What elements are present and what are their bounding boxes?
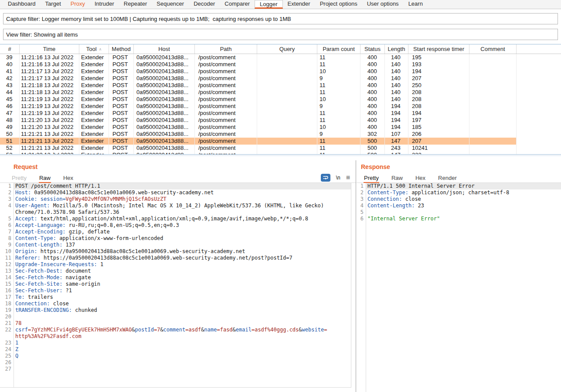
- column-header-length[interactable]: Length: [385, 44, 408, 54]
- column-header-param-count[interactable]: Param count: [317, 44, 360, 54]
- cell-query: [257, 145, 317, 152]
- line-text: [14, 359, 351, 366]
- cell-method: POST: [109, 82, 134, 89]
- column-header-time[interactable]: Time: [20, 44, 79, 54]
- table-row[interactable]: 5211:21:21 13 Jul 2022ExtenderPOST0a9500…: [0, 145, 561, 152]
- line-number: 1: [357, 183, 366, 189]
- line-number: 16: [0, 287, 14, 294]
- tab-pretty[interactable]: Pretty: [364, 173, 379, 183]
- cell-method: POST: [109, 103, 134, 110]
- syntax-segment: Content-Length:: [367, 203, 415, 209]
- editor-line: 9Content-Length: 137: [0, 242, 351, 248]
- line-number: 1: [0, 183, 14, 189]
- syntax-segment: close: [50, 301, 68, 307]
- tab-hex[interactable]: Hex: [63, 173, 74, 183]
- column-header-path[interactable]: Path: [195, 44, 257, 54]
- table-row[interactable]: 4811:21:20 13 Jul 2022ExtenderPOST0a9500…: [0, 117, 561, 124]
- cell-host: 0a9500020413d88...: [134, 117, 195, 124]
- table-row[interactable]: 4911:21:20 13 Jul 2022ExtenderPOST0a9500…: [0, 124, 561, 131]
- table-row[interactable]: 4211:21:17 13 Jul 2022ExtenderPOST0a9500…: [0, 75, 561, 82]
- column-header-method[interactable]: Method: [109, 44, 134, 54]
- tab-raw[interactable]: Raw: [391, 173, 403, 183]
- tab-hex[interactable]: Hex: [415, 173, 426, 183]
- column-header-host[interactable]: Host: [134, 44, 195, 54]
- tab-user-options[interactable]: User options: [362, 0, 404, 9]
- cell-length: 107: [385, 131, 408, 138]
- tab-pretty[interactable]: Pretty: [11, 173, 27, 183]
- capture-filter-bar[interactable]: Capture filter: Logger memory limit set …: [3, 13, 558, 24]
- syntax-segment: 78: [15, 320, 21, 326]
- tab-render[interactable]: Render: [438, 173, 457, 183]
- cell-length: 140: [385, 61, 408, 68]
- tab-learn[interactable]: Learn: [404, 0, 428, 9]
- tab-comparer[interactable]: Comparer: [220, 0, 255, 9]
- newline-toggle-icon[interactable]: \n: [336, 175, 340, 181]
- tab-logger[interactable]: Logger: [255, 0, 282, 9]
- splitter-handle[interactable]: [0, 155, 561, 156]
- view-filter-bar[interactable]: View filter: Showing all items: [3, 29, 558, 40]
- table-row[interactable]: 4511:21:19 13 Jul 2022ExtenderPOST0a9500…: [0, 96, 561, 103]
- table-row[interactable]: 4411:21:18 13 Jul 2022ExtenderPOST0a9500…: [0, 89, 561, 96]
- column-header-comment[interactable]: Comment: [469, 44, 517, 54]
- line-text: 78: [14, 320, 351, 327]
- editor-menu-icon[interactable]: ≡: [346, 174, 350, 181]
- cell-tool: Extender: [79, 131, 109, 138]
- cell-tool: Extender: [79, 89, 109, 96]
- table-row[interactable]: 4011:21:16 13 Jul 2022ExtenderPOST0a9500…: [0, 61, 561, 68]
- sort-ascending-icon: ∧: [99, 47, 102, 51]
- tab-raw[interactable]: Raw: [39, 173, 51, 183]
- tab-sequencer[interactable]: Sequencer: [152, 0, 189, 9]
- syntax-segment: Accept-Encoding:: [15, 229, 66, 235]
- log-table-header: #TimeTool∧MethodHostPathQueryParam count…: [0, 44, 561, 54]
- table-row[interactable]: 4711:21:19 13 Jul 2022ExtenderPOST0a9500…: [0, 110, 561, 117]
- tab-repeater[interactable]: Repeater: [119, 0, 152, 9]
- column-header-status[interactable]: Status: [360, 44, 385, 54]
- syntax-segment: application/x-www-form-urlencoded: [56, 235, 163, 241]
- tab-dashboard[interactable]: Dashboard: [3, 0, 41, 9]
- tab-project-options[interactable]: Project options: [315, 0, 362, 9]
- cell-params: 10: [317, 124, 360, 131]
- request-editor[interactable]: 1POST /post/comment HTTP/1.12Host: 0a950…: [0, 183, 351, 388]
- cell-n: 40: [0, 61, 20, 68]
- table-row[interactable]: 5011:21:21 13 Jul 2022ExtenderPOST0a9500…: [0, 131, 561, 138]
- cell-host: 0a9500020413d88...: [134, 68, 195, 75]
- row-filler: [517, 131, 561, 138]
- tab-target[interactable]: Target: [41, 0, 66, 9]
- tab-proxy[interactable]: Proxy: [66, 0, 90, 9]
- cell-path: /post/comment: [195, 124, 257, 131]
- tab-decoder[interactable]: Decoder: [189, 0, 220, 9]
- column-header-query[interactable]: Query: [257, 44, 317, 54]
- line-text: POST /post/comment HTTP/1.1: [14, 183, 351, 189]
- column-header-start-response-timer[interactable]: Start response timer: [408, 44, 469, 54]
- line-number: 2: [357, 189, 366, 196]
- tab-intruder[interactable]: Intruder: [90, 0, 119, 9]
- cell-method: POST: [109, 110, 134, 117]
- pretty-print-toggle-icon[interactable]: [321, 174, 330, 182]
- cell-comment: [469, 89, 517, 96]
- editor-line: Chrome/71.0.3578.98 Safari/537.36: [0, 209, 351, 216]
- cell-method: POST: [109, 68, 134, 75]
- column-header-filler: [517, 44, 561, 54]
- table-row-selected[interactable]: 5111:21:21 13 Jul 2022ExtenderPOST0a9500…: [0, 138, 561, 145]
- cell-status: 400: [360, 75, 385, 82]
- cell-n: 42: [0, 75, 20, 82]
- table-row[interactable]: 4111:21:17 13 Jul 2022ExtenderPOST0a9500…: [0, 68, 561, 75]
- cell-host: 0a9500020413d88...: [134, 145, 195, 152]
- cell-time: 11:21:18 13 Jul 2022: [20, 82, 79, 89]
- column-header-label: Status: [364, 46, 381, 52]
- line-text: [14, 314, 351, 320]
- request-panel: Request PrettyRawHex \n ≡ 1POST /post/co…: [0, 160, 356, 392]
- table-row[interactable]: 4611:21:19 13 Jul 2022ExtenderPOST0a9500…: [0, 103, 561, 110]
- column-header-tool[interactable]: Tool∧: [79, 44, 109, 54]
- line-text: Connection: close: [14, 301, 351, 307]
- cell-path: /post/comment: [195, 138, 257, 145]
- syntax-segment: csrf: [15, 327, 28, 333]
- column-header--[interactable]: #: [0, 44, 20, 54]
- table-row[interactable]: 3911:21:16 13 Jul 2022ExtenderPOST0a9500…: [0, 54, 561, 61]
- cell-status: 400: [360, 103, 385, 110]
- cell-time: 11:21:18 13 Jul 2022: [20, 89, 79, 96]
- column-header-label: #: [8, 46, 11, 52]
- response-editor[interactable]: 1HTTP/1.1 500 Internal Server Error2Cont…: [357, 183, 561, 392]
- table-row[interactable]: 4311:21:18 13 Jul 2022ExtenderPOST0a9500…: [0, 82, 561, 89]
- tab-extender[interactable]: Extender: [283, 0, 315, 9]
